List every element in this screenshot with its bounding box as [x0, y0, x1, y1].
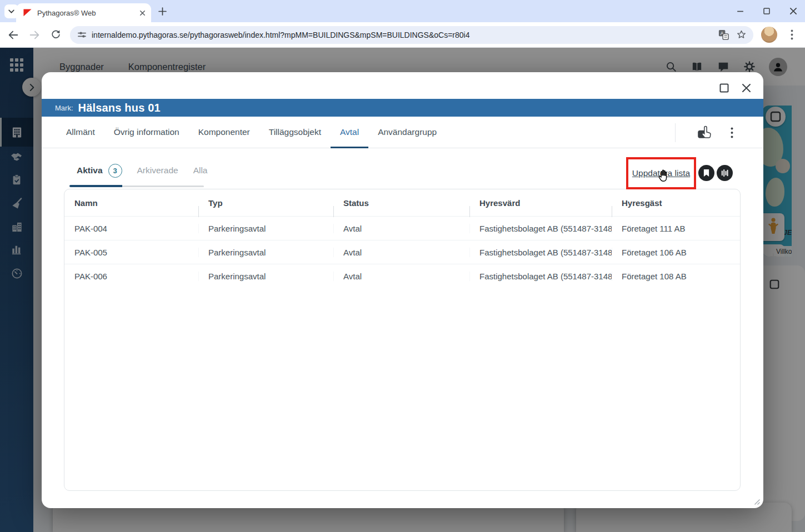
- site-info-icon[interactable]: [77, 29, 87, 40]
- dialog-tabs: Allmänt Övrig information Komponenter Ti…: [42, 117, 763, 148]
- plus-icon: [158, 7, 167, 16]
- filter-tab-alla[interactable]: Alla: [193, 165, 208, 175]
- dialog-title: Hälsans hus 01: [78, 102, 161, 114]
- tab-komponenter[interactable]: Komponenter: [189, 117, 259, 148]
- column-header-namn[interactable]: Namn: [64, 198, 198, 208]
- cell-hyresgast: Företaget 108 AB: [612, 272, 740, 281]
- pythagoras-favicon-icon: [23, 8, 32, 18]
- bookmark-icon: [703, 169, 710, 177]
- table-header: Namn Typ Status Hyresvärd Hyresgäst: [64, 189, 740, 216]
- url-text: internaldemo.pythagoras.se/pythagorasweb…: [92, 31, 712, 39]
- contract-filter-tabs: Aktiva 3 Arkiverade Alla: [77, 161, 207, 180]
- active-filter-underline: [69, 185, 122, 187]
- columns-settings-button[interactable]: [717, 165, 733, 181]
- object-dialog: Mark: Hälsans hus 01 Allmänt Övrig infor…: [42, 72, 763, 508]
- cell-status: Avtal: [333, 248, 469, 257]
- table-row[interactable]: PAK-006 Parkeringsavtal Avtal Fastighets…: [64, 264, 740, 288]
- new-tab-button[interactable]: [157, 6, 168, 17]
- cell-status: Avtal: [333, 272, 469, 281]
- cell-namn: PAK-004: [64, 224, 198, 233]
- tab-ovrig-information[interactable]: Övrig information: [104, 117, 189, 148]
- translate-button[interactable]: A: [717, 28, 730, 42]
- dialog-title-bar: Mark: Hälsans hus 01: [42, 99, 763, 117]
- column-header-typ[interactable]: Typ: [198, 198, 333, 208]
- cursor-icon: [656, 168, 671, 185]
- tap-hand-icon: [696, 124, 713, 141]
- browser-tabstrip: Pythagoras® Web: [0, 0, 805, 22]
- divider: [675, 123, 676, 142]
- dialog-maximize-button[interactable]: [716, 79, 732, 96]
- count-badge: 3: [108, 164, 122, 178]
- cell-hyresgast: Företaget 106 AB: [612, 248, 740, 257]
- window-close-button[interactable]: [788, 6, 798, 16]
- cell-hyresvard: Fastighetsbolaget AB (551487-3148): [469, 248, 612, 257]
- window-minimize-button[interactable]: [735, 6, 745, 16]
- column-header-hyresgast[interactable]: Hyresgäst: [612, 198, 740, 208]
- chevron-down-icon: [8, 8, 15, 15]
- cell-namn: PAK-005: [64, 248, 198, 257]
- dialog-menu-kebab-icon[interactable]: [731, 127, 735, 138]
- filter-tab-arkiverade[interactable]: Arkiverade: [137, 165, 178, 175]
- tab-tillaggsobjekt[interactable]: Tilläggsobjekt: [259, 117, 331, 148]
- object-type-label: Mark:: [55, 104, 73, 112]
- tab-close-icon[interactable]: [138, 9, 147, 17]
- tab-avtal[interactable]: Avtal: [331, 117, 368, 148]
- column-header-status[interactable]: Status: [333, 198, 469, 208]
- forward-button[interactable]: [28, 28, 41, 42]
- cell-namn: PAK-006: [64, 272, 198, 281]
- tab-title: Pythagoras® Web: [37, 9, 138, 17]
- browser-menu-kebab-icon[interactable]: [785, 28, 798, 42]
- column-header-hyresvard[interactable]: Hyresvärd: [469, 198, 612, 208]
- reload-button[interactable]: [49, 28, 62, 42]
- url-bar[interactable]: internaldemo.pythagoras.se/pythagorasweb…: [70, 26, 753, 44]
- browser-profile-avatar[interactable]: [761, 27, 777, 43]
- cell-typ: Parkeringsavtal: [198, 224, 333, 233]
- cell-hyresvard: Fastighetsbolaget AB (551487-3148): [469, 272, 612, 281]
- filter-tab-label: Aktiva: [77, 165, 103, 175]
- cell-status: Avtal: [333, 224, 469, 233]
- bookmark-button[interactable]: [698, 165, 714, 181]
- bookmark-star-button[interactable]: [734, 28, 748, 42]
- browser-tab[interactable]: Pythagoras® Web: [16, 3, 151, 22]
- cell-typ: Parkeringsavtal: [198, 248, 333, 257]
- cell-hyresgast: Företaget 111 AB: [612, 224, 740, 233]
- cell-typ: Parkeringsavtal: [198, 272, 333, 281]
- window-controls: [735, 0, 798, 22]
- equalizer-bars-icon: [721, 169, 729, 177]
- table-row[interactable]: PAK-005 Parkeringsavtal Avtal Fastighets…: [64, 240, 740, 264]
- table-row[interactable]: PAK-004 Parkeringsavtal Avtal Fastighets…: [64, 216, 740, 240]
- screen: Pythagoras® Web internaldemo.pythagoras.…: [0, 0, 805, 532]
- dialog-resize-handle[interactable]: [751, 496, 761, 505]
- back-button[interactable]: [7, 28, 20, 42]
- tab-allmant[interactable]: Allmänt: [57, 117, 104, 148]
- cell-hyresvard: Fastighetsbolaget AB (551487-3148): [469, 224, 612, 233]
- filter-tab-aktiva[interactable]: Aktiva 3: [77, 164, 122, 178]
- touch-select-button[interactable]: [696, 124, 713, 141]
- filter-underline-track: [122, 185, 204, 187]
- contracts-table: Namn Typ Status Hyresvärd Hyresgäst PAK-…: [64, 189, 741, 491]
- browser-toolbar: internaldemo.pythagoras.se/pythagorasweb…: [0, 22, 805, 48]
- window-maximize-button[interactable]: [762, 6, 772, 16]
- tab-anvandargrupp[interactable]: Användargrupp: [368, 117, 446, 148]
- dialog-close-button[interactable]: [738, 79, 754, 96]
